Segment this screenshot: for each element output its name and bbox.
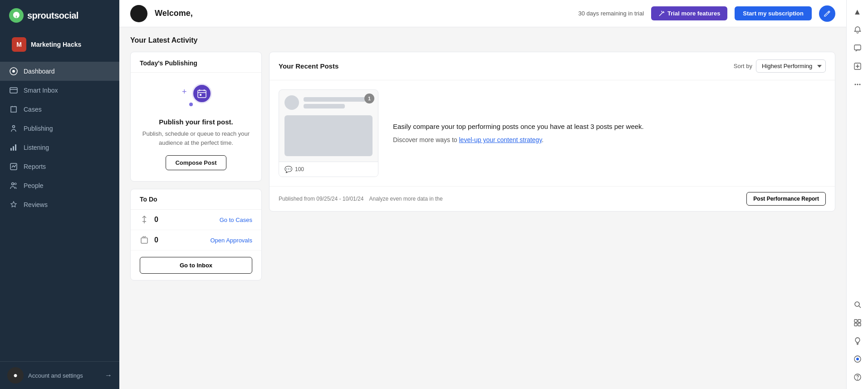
sidebar-item-label-listening: Listening — [24, 144, 49, 151]
help-icon[interactable] — [849, 369, 866, 385]
post-line-2 — [304, 104, 345, 108]
sidebar: sproutsocial M Marketing Hacks Dashboard… — [0, 0, 119, 389]
sidebar-item-people[interactable]: People — [0, 176, 119, 195]
header: Welcome, 30 days remaining in trial Tria… — [119, 0, 846, 27]
svg-rect-5 — [10, 148, 12, 151]
header-avatar — [130, 5, 147, 22]
lightbulb-icon[interactable] — [849, 333, 866, 349]
page-title: Your Latest Activity — [130, 36, 835, 44]
post-avatar — [284, 95, 299, 110]
sprout-logo-icon — [9, 8, 24, 23]
cases-count: 0 — [154, 216, 214, 224]
content-strategy-link[interactable]: level-up your content strategy — [459, 136, 542, 143]
profile-icon: M — [12, 37, 26, 52]
account-settings[interactable]: ● Account and settings → — [0, 361, 119, 389]
wand-icon — [658, 10, 665, 17]
empty-state-sub: Discover more ways to level-up your cont… — [393, 135, 826, 145]
publish-dot — [189, 103, 193, 106]
main-content: Welcome, 30 days remaining in trial Tria… — [119, 0, 846, 389]
sidebar-item-cases[interactable]: Cases — [0, 100, 119, 119]
sidebar-item-smart-inbox[interactable]: Smart Inbox — [0, 81, 119, 100]
more-options-icon[interactable] — [849, 76, 866, 93]
profile-item[interactable]: M Marketing Hacks — [5, 33, 115, 56]
open-approvals-link[interactable]: Open Approvals — [210, 237, 252, 244]
reports-icon — [9, 162, 18, 171]
grid-icon[interactable] — [849, 315, 866, 331]
todo-card: To Do 0 Go to Cases 0 Open Approvals — [130, 189, 262, 281]
svg-rect-7 — [15, 144, 16, 151]
svg-point-2 — [12, 70, 15, 73]
dot-notification-icon[interactable] — [849, 351, 866, 367]
svg-rect-6 — [13, 146, 14, 151]
sidebar-item-label-dashboard: Dashboard — [24, 68, 55, 75]
search-icon[interactable] — [849, 296, 866, 313]
empty-state-sub-suffix: . — [542, 136, 544, 143]
left-cards-column: Today's Publishing + Publish your first … — [130, 52, 262, 281]
profile-name: Marketing Hacks — [31, 41, 81, 48]
publish-description: Publish, schedule or queue to reach your… — [140, 129, 252, 147]
post-comment-count: 100 — [295, 166, 304, 172]
publishing-card-header: Today's Publishing — [131, 52, 261, 73]
empty-state-main: Easily compare your top performing posts… — [393, 122, 826, 132]
trial-features-button[interactable]: Trial more features — [651, 6, 727, 20]
sidebar-item-dashboard[interactable]: Dashboard — [0, 62, 119, 81]
header-welcome-text: Welcome, — [155, 9, 571, 18]
todo-cases-row: 0 Go to Cases — [131, 210, 261, 230]
recent-posts-title: Your Recent Posts — [279, 62, 734, 70]
sidebar-item-reports[interactable]: Reports — [0, 157, 119, 176]
bell-icon[interactable] — [849, 22, 866, 38]
listening-icon — [9, 143, 18, 152]
sidebar-item-label-reports: Reports — [24, 163, 46, 170]
go-to-cases-link[interactable]: Go to Cases — [220, 217, 252, 223]
sidebar-item-label-smart-inbox: Smart Inbox — [24, 87, 58, 94]
post-line-1 — [304, 97, 366, 102]
post-text-lines — [304, 97, 373, 108]
cards-row: Today's Publishing + Publish your first … — [130, 52, 835, 281]
sidebar-item-publishing[interactable]: Publishing — [0, 119, 119, 138]
no-posts-message: Easily compare your top performing posts… — [393, 122, 826, 145]
sort-select[interactable]: Highest Performing Most Recent Oldest Fi… — [756, 59, 826, 73]
right-rail: ▲ — [846, 0, 868, 389]
account-settings-arrow: → — [105, 371, 112, 379]
publish-calendar-icon — [192, 84, 212, 103]
nav-menu: Dashboard Smart Inbox Cases Publishing — [0, 58, 119, 361]
post-footer: 💬 100 — [279, 162, 378, 177]
sidebar-item-label-reviews: Reviews — [24, 201, 48, 208]
svg-point-25 — [856, 358, 859, 360]
post-preview-top: 1 — [279, 90, 378, 115]
svg-rect-13 — [141, 238, 147, 243]
svg-point-27 — [857, 379, 858, 379]
recent-posts-body: 1 💬 100 Easily compare your top performi… — [270, 80, 835, 186]
compose-button[interactable] — [819, 5, 835, 22]
post-performance-report-button[interactable]: Post Performance Report — [746, 192, 826, 206]
date-range-text: Published from 09/25/24 - 10/01/24 — [279, 196, 363, 202]
recent-posts-card: Your Recent Posts Sort by Highest Perfor… — [269, 52, 835, 212]
todo-approvals-row: 0 Open Approvals — [131, 230, 261, 251]
trial-remaining-text: 30 days remaining in trial — [579, 10, 644, 17]
svg-rect-3 — [10, 88, 17, 93]
svg-rect-20 — [854, 320, 857, 322]
go-to-inbox-button[interactable]: Go to Inbox — [140, 257, 252, 274]
recent-posts-header: Your Recent Posts Sort by Highest Perfor… — [270, 52, 835, 80]
account-settings-label: Account and settings — [28, 372, 83, 379]
publish-icon-area: + — [180, 84, 212, 111]
page-area: Your Latest Activity Today's Publishing … — [119, 27, 846, 389]
svg-rect-21 — [858, 320, 861, 322]
sidebar-item-label-publishing: Publishing — [24, 125, 53, 132]
svg-point-4 — [13, 126, 15, 128]
svg-rect-14 — [854, 45, 861, 50]
analyze-text: Analyze even more data in the — [369, 196, 442, 202]
svg-rect-11 — [198, 90, 206, 98]
cases-icon — [9, 105, 18, 114]
sidebar-item-listening[interactable]: Listening — [0, 138, 119, 157]
add-icon[interactable] — [849, 58, 866, 74]
compose-post-button[interactable]: Compose Post — [166, 155, 226, 170]
svg-point-18 — [859, 84, 860, 85]
sidebar-item-label-people: People — [24, 182, 44, 189]
speech-bubble-icon[interactable] — [849, 40, 866, 56]
todays-publishing-card: Today's Publishing + Publish your first … — [130, 52, 262, 182]
subscription-button[interactable]: Start my subscription — [735, 6, 812, 20]
sidebar-item-reviews[interactable]: Reviews — [0, 195, 119, 214]
account-avatar: ● — [7, 367, 24, 384]
scroll-up-icon[interactable]: ▲ — [849, 4, 866, 20]
